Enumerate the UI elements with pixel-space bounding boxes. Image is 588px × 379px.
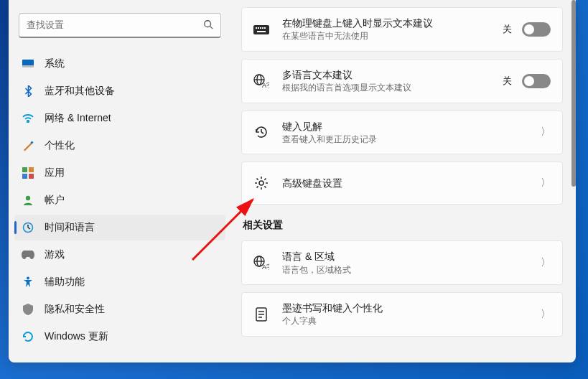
svg-line-25 — [261, 132, 263, 134]
toggle-state-label: 关 — [503, 23, 512, 36]
network-icon — [22, 112, 34, 125]
svg-point-10 — [26, 196, 30, 200]
related-language-region[interactable]: A字 语言 & 区域 语言包，区域格式 〉 — [241, 240, 563, 285]
sidebar-item-network[interactable]: 网络 & Internet — [14, 106, 225, 131]
svg-point-4 — [27, 121, 29, 123]
svg-text:A字: A字 — [262, 82, 269, 88]
time-language-icon — [22, 221, 34, 234]
related-settings-header: 相关设置 — [243, 219, 563, 232]
inking-icon — [253, 307, 269, 322]
sidebar-item-label: 蓝牙和其他设备 — [45, 85, 115, 98]
svg-rect-17 — [262, 27, 263, 29]
system-icon — [22, 57, 34, 70]
setting-title: 高级键盘设置 — [282, 177, 533, 190]
svg-rect-6 — [22, 167, 27, 172]
svg-rect-7 — [29, 167, 34, 172]
setting-multilingual-suggestions[interactable]: A字 多语言文本建议 根据我的语言首选项显示文本建议 关 — [241, 59, 563, 103]
language-region-icon: A字 — [253, 255, 269, 271]
scrollbar-thumb[interactable] — [571, 0, 576, 187]
chevron-right-icon: 〉 — [541, 308, 551, 321]
setting-title: 语言 & 区域 — [282, 250, 533, 263]
keyboard-icon — [253, 22, 269, 37]
search-icon — [203, 19, 213, 32]
multilingual-icon: A字 — [253, 73, 269, 89]
bluetooth-icon — [22, 85, 34, 98]
insights-icon — [253, 124, 269, 140]
toggle-switch[interactable] — [522, 22, 551, 37]
search-wrapper: 查找设置 — [9, 13, 231, 48]
related-inking-typing[interactable]: 墨迹书写和键入个性化 个人字典 〉 — [241, 292, 563, 337]
sidebar-item-privacy[interactable]: 隐私和安全性 — [14, 296, 225, 322]
svg-rect-3 — [22, 65, 34, 67]
chevron-right-icon: 〉 — [541, 126, 551, 139]
setting-typing-insights[interactable]: 键入见解 查看键入和更正历史记录 〉 — [241, 111, 563, 155]
gear-icon — [253, 175, 269, 191]
sidebar-item-gaming[interactable]: 游戏 — [14, 242, 225, 268]
update-icon — [22, 330, 34, 343]
personalization-icon — [22, 139, 34, 152]
sidebar-item-label: 个性化 — [45, 139, 75, 152]
sidebar-item-label: Windows 更新 — [45, 330, 108, 343]
sidebar-item-label: 游戏 — [45, 248, 65, 261]
setting-subtitle: 在某些语言中无法使用 — [282, 31, 495, 42]
setting-show-suggestions-physical-keyboard[interactable]: 在物理键盘上键入时显示文本建议 在某些语言中无法使用 关 — [241, 7, 563, 52]
setting-subtitle: 根据我的语言首选项显示文本建议 — [282, 83, 495, 94]
svg-rect-18 — [264, 27, 266, 29]
svg-point-0 — [205, 20, 211, 27]
search-placeholder: 查找设置 — [27, 19, 64, 32]
svg-point-12 — [27, 277, 29, 280]
sidebar-item-bluetooth[interactable]: 蓝牙和其他设备 — [14, 78, 225, 104]
setting-subtitle: 个人字典 — [282, 316, 533, 327]
sidebar-item-accounts[interactable]: 帐户 — [14, 187, 225, 213]
setting-subtitle: 查看键入和更正历史记录 — [282, 134, 533, 146]
svg-rect-8 — [22, 174, 27, 179]
svg-point-26 — [259, 181, 263, 185]
sidebar: 查找设置 系统 蓝牙和其他设备 — [9, 0, 231, 362]
svg-rect-9 — [29, 174, 34, 179]
gaming-icon — [22, 248, 34, 261]
chevron-right-icon: 〉 — [541, 256, 551, 269]
setting-advanced-keyboard[interactable]: 高级键盘设置 〉 — [241, 162, 563, 205]
sidebar-item-personalization[interactable]: 个性化 — [14, 133, 225, 159]
sidebar-item-apps[interactable]: 应用 — [14, 160, 225, 186]
sidebar-item-system[interactable]: 系统 — [14, 51, 225, 77]
apps-icon — [22, 167, 34, 179]
svg-rect-14 — [256, 27, 257, 29]
search-input[interactable]: 查找设置 — [19, 13, 221, 38]
svg-rect-15 — [258, 27, 259, 29]
toggle-switch[interactable] — [522, 74, 551, 88]
sidebar-item-label: 帐户 — [45, 194, 65, 207]
accounts-icon — [22, 194, 34, 207]
svg-text:A字: A字 — [262, 263, 269, 270]
chevron-right-icon: 〉 — [541, 177, 551, 190]
nav-list: 系统 蓝牙和其他设备 网络 & Internet 个性化 — [9, 48, 231, 355]
sidebar-item-label: 时间和语言 — [45, 221, 95, 234]
sidebar-item-accessibility[interactable]: 辅助功能 — [14, 269, 225, 295]
setting-title: 多语言文本建议 — [282, 68, 495, 81]
sidebar-item-label: 系统 — [45, 57, 65, 70]
settings-window: 查找设置 系统 蓝牙和其他设备 — [9, 0, 576, 362]
setting-title: 键入见解 — [282, 120, 533, 133]
sidebar-item-label: 应用 — [45, 167, 65, 179]
privacy-icon — [22, 303, 34, 316]
sidebar-item-label: 网络 & Internet — [45, 112, 111, 125]
sidebar-item-time-language[interactable]: 时间和语言 — [14, 215, 225, 240]
setting-subtitle: 语言包，区域格式 — [282, 265, 533, 276]
sidebar-item-label: 隐私和安全性 — [45, 303, 105, 316]
setting-title: 墨迹书写和键入个性化 — [282, 301, 533, 314]
svg-rect-16 — [260, 27, 261, 29]
toggle-state-label: 关 — [503, 75, 512, 88]
svg-rect-13 — [253, 25, 269, 34]
setting-title: 在物理键盘上键入时显示文本建议 — [282, 17, 495, 29]
svg-rect-19 — [257, 31, 266, 32]
sidebar-item-label: 辅助功能 — [45, 276, 85, 289]
accessibility-icon — [22, 276, 34, 289]
main-pane: 在物理键盘上键入时显示文本建议 在某些语言中无法使用 关 A字 多语言文本建议 … — [231, 0, 576, 362]
sidebar-item-windows-update[interactable]: Windows 更新 — [14, 324, 225, 350]
svg-line-1 — [210, 26, 213, 29]
